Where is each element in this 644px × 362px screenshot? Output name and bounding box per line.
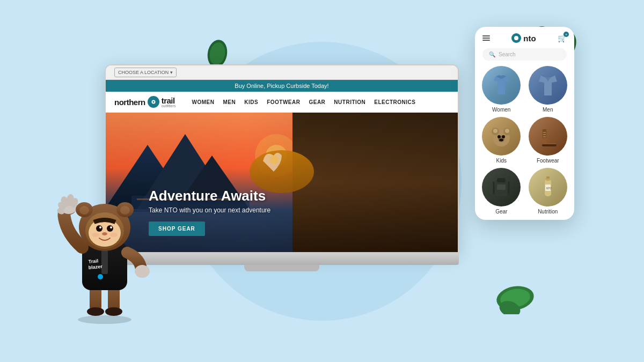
logo-text-northern: northern bbox=[114, 98, 145, 107]
hero-section: Adventure Awaits Take NTO with you on yo… bbox=[106, 113, 458, 252]
hero-subtitle: Take NTO with you on your next adventure bbox=[149, 206, 270, 214]
site-logo: northern trail outfitters bbox=[114, 96, 176, 108]
nutrition-category-image: NTO bbox=[529, 168, 567, 206]
mobile-category-footwear[interactable]: Footwear bbox=[527, 117, 569, 164]
svg-point-30 bbox=[497, 135, 501, 138]
location-button[interactable]: CHOOSE A LOCATION ▾ bbox=[114, 68, 177, 77]
gear-label: Gear bbox=[495, 209, 507, 215]
svg-point-49 bbox=[87, 307, 104, 316]
kids-label: Kids bbox=[496, 158, 507, 164]
leaf-decoration-3 bbox=[494, 282, 537, 316]
announcement-text: Buy Online, Pickup Curbside Today! bbox=[235, 83, 328, 89]
mobile-hamburger[interactable] bbox=[482, 35, 490, 41]
logo-subtext: outfitters bbox=[162, 104, 176, 108]
svg-point-62 bbox=[135, 265, 150, 278]
search-placeholder: Search bbox=[499, 51, 516, 57]
svg-point-71 bbox=[107, 225, 113, 232]
women-label: Women bbox=[492, 107, 510, 113]
mobile-category-kids[interactable]: Kids bbox=[480, 117, 523, 164]
logo-icon bbox=[148, 96, 159, 108]
cart-badge: + bbox=[564, 32, 569, 37]
nav-footwear[interactable]: FOOTWEAR bbox=[267, 99, 300, 105]
laptop-stand bbox=[244, 265, 319, 271]
svg-point-76 bbox=[110, 233, 118, 237]
nav-electronics[interactable]: ELECTRONICS bbox=[374, 99, 415, 105]
mobile-logo-text: nto bbox=[523, 34, 536, 43]
astro-svg: Trail blazer bbox=[51, 164, 158, 330]
svg-text:Trail: Trail bbox=[88, 258, 98, 264]
svg-point-75 bbox=[92, 233, 99, 237]
svg-point-70 bbox=[96, 225, 103, 232]
svg-point-74 bbox=[102, 232, 107, 235]
main-navigation: WOMEN MEN KIDS FOOTWEAR GEAR NUTRITION E… bbox=[192, 99, 416, 105]
dropdown-arrow-icon: ▾ bbox=[170, 70, 173, 75]
nutrition-label: Nutrition bbox=[538, 209, 558, 215]
svg-point-27 bbox=[493, 129, 497, 133]
hero-title: Adventure Awaits bbox=[149, 188, 270, 204]
footwear-category-image bbox=[529, 117, 567, 156]
svg-point-77 bbox=[78, 315, 131, 324]
mobile-category-gear[interactable]: Gear bbox=[480, 168, 523, 215]
svg-point-31 bbox=[502, 135, 505, 138]
top-announcement-bar: Buy Online, Pickup Curbside Today! bbox=[106, 80, 458, 92]
svg-point-32 bbox=[499, 139, 503, 142]
kids-category-image bbox=[482, 117, 521, 156]
astro-character: Trail blazer bbox=[51, 164, 158, 333]
nav-nutrition[interactable]: NUTRITION bbox=[334, 99, 365, 105]
nav-men[interactable]: MEN bbox=[223, 99, 236, 105]
search-icon: 🔍 bbox=[489, 51, 495, 57]
svg-point-73 bbox=[110, 226, 112, 228]
gear-category-image bbox=[482, 168, 521, 206]
men-label: Men bbox=[543, 107, 553, 113]
location-label: CHOOSE A LOCATION bbox=[118, 70, 169, 75]
svg-point-50 bbox=[105, 307, 122, 316]
nav-women[interactable]: WOMEN bbox=[192, 99, 215, 105]
svg-point-55 bbox=[98, 274, 103, 279]
men-category-image bbox=[529, 66, 567, 105]
mobile-logo: nto bbox=[511, 33, 536, 43]
svg-point-67 bbox=[79, 206, 89, 215]
svg-rect-44 bbox=[546, 176, 550, 179]
mobile-category-men[interactable]: Men bbox=[527, 66, 569, 113]
svg-point-68 bbox=[120, 206, 130, 215]
nav-kids[interactable]: KIDS bbox=[244, 99, 258, 105]
svg-rect-36 bbox=[542, 144, 557, 146]
svg-rect-38 bbox=[497, 178, 506, 182]
mobile-logo-icon bbox=[511, 33, 521, 43]
svg-text:NTO: NTO bbox=[546, 187, 552, 190]
women-category-image bbox=[482, 66, 521, 105]
svg-point-12 bbox=[152, 101, 154, 103]
logo-text-trail-group: trail outfitters bbox=[162, 96, 176, 108]
site-header: northern trail outfitters WOMEN MEN KIDS bbox=[106, 92, 458, 113]
mobile-category-grid: Women Men bbox=[475, 66, 574, 215]
footwear-label: Footwear bbox=[537, 158, 559, 164]
mobile-category-women[interactable]: Women bbox=[480, 66, 523, 113]
mobile-app-mockup: nto 🛒 + 🔍 Search Women bbox=[475, 27, 574, 220]
mobile-category-nutrition[interactable]: NTO Nutrition bbox=[527, 168, 569, 215]
svg-rect-39 bbox=[497, 184, 506, 190]
mobile-cart-icon[interactable]: 🛒 + bbox=[558, 34, 567, 42]
mobile-search-bar[interactable]: 🔍 Search bbox=[482, 48, 567, 61]
svg-point-28 bbox=[505, 129, 509, 133]
svg-point-72 bbox=[99, 226, 101, 228]
nav-gear[interactable]: GEAR bbox=[309, 99, 325, 105]
mobile-header: nto 🛒 + bbox=[475, 27, 574, 46]
